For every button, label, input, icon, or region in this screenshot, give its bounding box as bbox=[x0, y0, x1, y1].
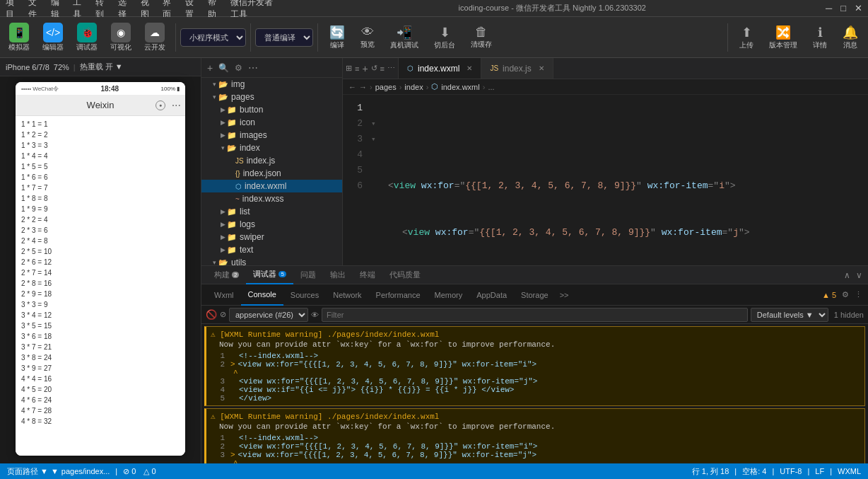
filetree-item-text[interactable]: ▶📁text bbox=[201, 243, 342, 256]
line-ending: LF bbox=[815, 467, 824, 475]
sim-content-line: 3 * 7 = 21 bbox=[21, 342, 180, 352]
monitor-icon[interactable]: 👁 bbox=[311, 311, 319, 319]
nav-forward[interactable]: → bbox=[359, 83, 367, 91]
code-line-1[interactable] bbox=[382, 132, 868, 147]
code-content[interactable]: 1 2 3 4 5 6 ▾ ▾ bbox=[343, 95, 868, 265]
filetree-item-img[interactable]: ▾📂img bbox=[201, 78, 342, 91]
filetree-item-logs[interactable]: ▶📁logs bbox=[201, 218, 342, 231]
filetree-new-file[interactable]: + bbox=[207, 62, 213, 74]
breadcrumb-file-icon: ⬡ bbox=[431, 82, 438, 91]
debugger-button[interactable]: 🐞 调试器 bbox=[71, 20, 103, 55]
filetree-item-images[interactable]: ▶📁images bbox=[201, 129, 342, 142]
editor-add-icon[interactable]: + bbox=[362, 63, 368, 74]
real-debug-button[interactable]: 📲 真机调试 bbox=[383, 23, 426, 52]
dt-tab-more[interactable]: >> bbox=[556, 291, 573, 299]
simulator-button[interactable]: 📱 模拟器 bbox=[3, 20, 35, 55]
filetree-item-index-js[interactable]: JSindex.js bbox=[201, 154, 342, 167]
sim-content-area: 1 * 1 = 11 * 2 = 21 * 3 = 31 * 4 = 41 * … bbox=[16, 116, 185, 456]
filetree-item-button[interactable]: ▶📁button bbox=[201, 103, 342, 116]
filetree-item-swiper[interactable]: ▶📁swiper bbox=[201, 231, 342, 243]
dt-tab-appdata[interactable]: AppData bbox=[469, 284, 514, 306]
tab-output[interactable]: 输出 bbox=[323, 266, 353, 284]
nav-back[interactable]: ← bbox=[348, 83, 356, 91]
console-output[interactable]: ⚠ [WXML Runtime warning] ./pages/index/i… bbox=[201, 324, 868, 463]
service-select[interactable]: appservice (#26) bbox=[229, 308, 308, 322]
maximize-button[interactable]: □ bbox=[840, 3, 846, 13]
filetree-item-index[interactable]: ▾📂index bbox=[201, 142, 342, 154]
filetree-item-pages[interactable]: ▾📂pages bbox=[201, 91, 342, 103]
editor-list-icon[interactable]: ≡ bbox=[355, 64, 359, 73]
console-block[interactable]: ⊘ bbox=[220, 310, 226, 319]
cloud-button[interactable]: ☁ 云开发 bbox=[139, 20, 171, 55]
editor-split-icon[interactable]: ⊞ bbox=[346, 64, 352, 73]
tab-debugger[interactable]: 调试器 5 bbox=[246, 266, 293, 284]
filetree-item-utils[interactable]: ▾📂utils bbox=[201, 256, 342, 265]
visual-button[interactable]: ◉ 可视化 bbox=[105, 20, 137, 55]
filetree-filter[interactable]: ⚙ bbox=[235, 63, 242, 73]
close-button[interactable]: ✕ bbox=[855, 3, 862, 13]
devtools-settings[interactable]: ⚙ bbox=[842, 290, 849, 299]
sim-content-line: 3 * 9 = 27 bbox=[21, 363, 180, 374]
dt-tab-performance[interactable]: Performance bbox=[369, 284, 428, 306]
filetree-item-index-json[interactable]: {}index.json bbox=[201, 167, 342, 180]
console-filter[interactable] bbox=[322, 308, 748, 322]
tab-terminal[interactable]: 终端 bbox=[353, 266, 382, 284]
tab-index-js[interactable]: JS index.js ✕ bbox=[481, 58, 553, 79]
dt-tab-memory[interactable]: Memory bbox=[428, 284, 470, 306]
panel-expand[interactable]: ∨ bbox=[856, 270, 862, 280]
language-mode[interactable]: WXML bbox=[838, 467, 861, 475]
filetree-item-icon[interactable]: ▶📁icon bbox=[201, 116, 342, 129]
dt-tab-storage[interactable]: Storage bbox=[514, 284, 556, 306]
breadcrumb-pages[interactable]: pages bbox=[375, 83, 397, 91]
panel-collapse[interactable]: ∧ bbox=[844, 270, 850, 280]
editor-refresh-icon[interactable]: ↺ bbox=[371, 64, 377, 73]
dt-tab-network[interactable]: Network bbox=[326, 284, 368, 306]
dt-tab-wxml[interactable]: Wxml bbox=[207, 284, 241, 306]
sim-content-line: 1 * 9 = 9 bbox=[21, 204, 180, 214]
notice-button[interactable]: 🔔 消息 bbox=[835, 23, 865, 52]
code-line-2[interactable]: <view wx:for="{{[1, 2, 3, 4, 5, 6, 7, 8,… bbox=[382, 178, 868, 194]
breadcrumb-index[interactable]: index bbox=[404, 83, 423, 91]
tab-issues[interactable]: 问题 bbox=[293, 266, 323, 284]
dt-tab-console[interactable]: Console bbox=[241, 284, 283, 306]
log-levels[interactable]: Default levels ▼ bbox=[751, 308, 828, 322]
version-button[interactable]: 🔀 版本管理 bbox=[762, 23, 804, 52]
dt-tab-sources[interactable]: Sources bbox=[283, 284, 326, 306]
fold-arrows[interactable]: ▾ ▾ bbox=[371, 95, 382, 265]
code-editor: ⊞ ≡ + ↺ ≡ ⋯ ⬡ index.wxml ✕ bbox=[343, 58, 868, 265]
hotreload-toggle[interactable]: 热重载 开 ▼ bbox=[80, 62, 123, 72]
devtools-more[interactable]: ⋮ bbox=[855, 290, 862, 299]
detail-button[interactable]: ℹ 详情 bbox=[806, 23, 834, 52]
console-warning-0: ⚠ [WXML Runtime warning] ./pages/index/i… bbox=[204, 326, 865, 406]
console-clear[interactable]: 🚫 bbox=[206, 309, 217, 320]
status-icons[interactable]: ⊘ 0 △ 0 bbox=[123, 467, 156, 476]
breadcrumb-filename[interactable]: index.wxml bbox=[441, 83, 479, 91]
preview-button[interactable]: 👁 预览 bbox=[353, 23, 382, 51]
tab-index-wxml[interactable]: ⬡ index.wxml ✕ bbox=[399, 58, 481, 79]
tab-codequality[interactable]: 代码质量 bbox=[382, 266, 428, 284]
editor-more-icon[interactable]: ⋯ bbox=[387, 64, 395, 73]
editor-button[interactable]: </> 编辑器 bbox=[37, 20, 69, 55]
sim-content-line: 2 * 8 = 16 bbox=[21, 278, 180, 289]
filetree-search[interactable]: 🔍 bbox=[218, 63, 229, 73]
filetree-item-index-wxml[interactable]: ⬡index.wxml bbox=[201, 180, 342, 192]
filetree-more[interactable]: ⋯ bbox=[248, 62, 258, 74]
editor-menu-icon[interactable]: ≡ bbox=[380, 64, 385, 73]
tab-close-js[interactable]: ✕ bbox=[539, 64, 544, 72]
compile-button[interactable]: 🔄 编译 bbox=[322, 23, 352, 52]
upload-button[interactable]: ⬆ 上传 bbox=[732, 23, 761, 52]
tab-close-wxml[interactable]: ✕ bbox=[467, 64, 472, 72]
backend-button[interactable]: ⬇ 切后台 bbox=[427, 23, 462, 52]
filetree-item-list[interactable]: ▶📁list bbox=[201, 205, 342, 218]
code-line-3[interactable]: <view wx:for="{{[1, 2, 3, 4, 5, 6, 7, 8,… bbox=[382, 225, 868, 241]
mode-select[interactable]: 小程序模式 bbox=[180, 28, 246, 47]
window-controls[interactable]: ─ □ ✕ bbox=[826, 3, 862, 13]
indent-size: 空格: 4 bbox=[742, 466, 766, 477]
tab-build[interactable]: 构建 2 bbox=[207, 266, 246, 284]
compile-mode-select[interactable]: 普通编译 bbox=[255, 28, 313, 47]
filetree-item-index-wxss[interactable]: ~index.wxss bbox=[201, 192, 342, 205]
clean-button[interactable]: 🗑 清缓存 bbox=[464, 23, 499, 51]
sim-content-line: 3 * 3 = 9 bbox=[21, 299, 180, 310]
minimize-button[interactable]: ─ bbox=[826, 3, 832, 13]
code-lines[interactable]: <view wx:for="{{[1, 2, 3, 4, 5, 6, 7, 8,… bbox=[382, 95, 868, 265]
